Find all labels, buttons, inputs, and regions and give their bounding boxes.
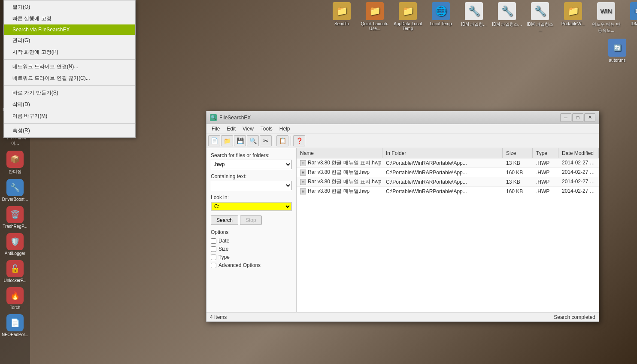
- advanced-option[interactable]: Advanced Options: [211, 262, 292, 268]
- size-option[interactable]: Size: [211, 246, 292, 252]
- advanced-checkbox[interactable]: [211, 263, 216, 268]
- result-folder-1: C:\Portable\WinRARPortable\App...: [382, 160, 503, 166]
- context-menu-net-disconnect[interactable]: 네트워크 드라이브 연결 끊기(C)...: [4, 73, 135, 84]
- window-content: Search for files or folders: .hwp Contai…: [206, 148, 599, 312]
- filesearch-window: 🔍 FileSearchEX ─ □ ✕ File Edit View Tool…: [206, 111, 599, 322]
- table-row[interactable]: H Rar v3.80 한글 매뉴얼.hwp C:\Portable\WinRA…: [297, 187, 599, 196]
- desktop-icon-idm1[interactable]: 🔧 IDM 파일청...: [458, 2, 489, 33]
- table-row[interactable]: H Rar v3.80 한글 매뉴얼 표지.hwp C:\Portable\Wi…: [297, 177, 599, 187]
- result-date-3: 2014-02-27 오후 12...: [558, 178, 599, 185]
- desktop-icon-appdata[interactable]: 📁 AppData Local Temp: [392, 2, 423, 33]
- top-desktop-icons: 📁 SendTo 📁 Quick Launch-Use... 📁 AppData…: [326, 2, 637, 33]
- context-menu-pin-start[interactable]: 시작 화면에 고정(P): [4, 46, 135, 58]
- file-icon-3: H: [300, 179, 306, 185]
- table-row[interactable]: H Rar v3.80 한글 매뉴얼.hwp C:\Portable\WinRA…: [297, 168, 599, 177]
- menu-help[interactable]: Help: [276, 125, 294, 133]
- desktop-icon-quick-launch[interactable]: 📁 Quick Launch-Use...: [359, 2, 390, 33]
- result-folder-2: C:\Portable\WinRARPortable\App...: [382, 170, 503, 176]
- col-header-folder[interactable]: In Folder: [382, 148, 503, 158]
- containing-text-group: Containing text:: [211, 173, 292, 190]
- result-date-4: 2014-02-27 오후 8:42: [558, 188, 599, 195]
- menu-tools[interactable]: Tools: [257, 125, 276, 133]
- toolbar-cut-btn[interactable]: ✂: [260, 135, 272, 146]
- type-checkbox[interactable]: [211, 255, 216, 260]
- sidebar-icon-antilogger[interactable]: 🛡️ AntiLogger: [2, 233, 28, 256]
- context-menu-net-connect[interactable]: 네트워크 드라이브 연결(N)...: [4, 61, 135, 73]
- window-maximize-button[interactable]: □: [572, 113, 583, 122]
- status-bar: 4 Items Search completed: [206, 312, 599, 322]
- context-menu-separator-3: [4, 123, 135, 124]
- sidebar-icon-unlocker[interactable]: 🔓 UnlockerP...: [2, 260, 28, 283]
- containing-text-input[interactable]: [211, 181, 292, 190]
- menu-view[interactable]: View: [239, 125, 257, 133]
- result-folder-3: C:\Portable\WinRARPortable\App...: [382, 179, 503, 185]
- sidebar-icon-driver[interactable]: 🔧 DriverBoost...: [2, 179, 28, 202]
- date-option[interactable]: Date: [211, 238, 292, 244]
- context-menu-shortcut[interactable]: 바로 가기 만들기(S): [4, 87, 135, 99]
- search-button[interactable]: Search: [211, 215, 238, 225]
- toolbar-new-btn[interactable]: 📄: [208, 135, 220, 146]
- right-panel: Name In Folder Size Type Date Modified H…: [297, 148, 599, 312]
- results-body: H Rar v3.80 한글 매뉴얼 표지.hwp C:\Portable\Wi…: [297, 158, 599, 312]
- window-app-icon: 🔍: [210, 114, 217, 121]
- context-menu-rename[interactable]: 이름 바꾸기(M): [4, 110, 135, 122]
- toolbar-copy-btn[interactable]: 📋: [276, 135, 288, 146]
- window-title-text: FileSearchEX: [219, 115, 251, 121]
- toolbar-open-btn[interactable]: 📁: [221, 135, 233, 146]
- look-in-select[interactable]: C:: [211, 202, 292, 211]
- containing-text-label: Containing text:: [211, 173, 292, 179]
- context-menu-properties[interactable]: 속성(R): [4, 125, 135, 136]
- col-header-size[interactable]: Size: [503, 148, 533, 158]
- results-header: Name In Folder Size Type Date Modified: [297, 148, 599, 158]
- menu-bar: File Edit View Tools Help: [206, 124, 599, 133]
- sidebar-icon-nfopad[interactable]: 📄 NFOPadPor...: [2, 314, 28, 337]
- desktop-icon-idm2[interactable]: 🔧 IDM 파일청소...: [491, 2, 522, 33]
- col-header-name[interactable]: Name: [297, 148, 382, 158]
- result-size-1: 13 KB: [503, 160, 533, 166]
- desktop-icon-local-temp[interactable]: 🌐 Local Temp: [425, 2, 456, 33]
- context-menu-open[interactable]: 열기(O): [4, 1, 135, 13]
- search-status: Search completed: [554, 314, 595, 320]
- type-option[interactable]: Type: [211, 254, 292, 260]
- col-header-type[interactable]: Type: [533, 148, 558, 158]
- menu-file[interactable]: File: [208, 125, 223, 133]
- result-name-3: H Rar v3.80 한글 매뉴얼 표지.hwp: [297, 178, 382, 185]
- table-row[interactable]: H Rar v3.80 한글 매뉴얼 표지.hwp C:\Portable\Wi…: [297, 158, 599, 168]
- desktop-icon-portablew[interactable]: 📁 PortableW...: [558, 2, 588, 33]
- desktop-icon-idm3[interactable]: 🔧 IDM 파일청소 ...: [525, 2, 555, 33]
- context-menu-manage[interactable]: 관리(G): [4, 35, 135, 46]
- result-size-3: 13 KB: [503, 179, 533, 185]
- options-title: Options: [211, 229, 292, 235]
- window-close-button[interactable]: ✕: [584, 113, 595, 122]
- toolbar-help-btn[interactable]: ❓: [293, 135, 305, 146]
- items-count: 4 Items: [210, 314, 227, 320]
- window-controls: ─ □ ✕: [560, 113, 595, 122]
- context-menu-delete[interactable]: 삭제(D): [4, 99, 135, 110]
- sidebar-icon-torch[interactable]: 🔥 Torch: [2, 287, 28, 310]
- sidebar-icon-trashregp[interactable]: 🗑️ TrashRegP...: [2, 206, 28, 229]
- desktop-icon-autoruns[interactable]: 🔄 autoruns: [602, 39, 633, 63]
- search-for-label: Search for files or folders:: [211, 152, 292, 158]
- result-size-4: 160 KB: [503, 188, 533, 194]
- size-checkbox[interactable]: [211, 246, 216, 252]
- context-menu-search-filesearchex[interactable]: Search via FileSearchEX: [4, 24, 135, 35]
- look-in-group: Look in: C:: [211, 194, 292, 211]
- date-checkbox[interactable]: [211, 238, 216, 244]
- search-for-input[interactable]: .hwp: [211, 160, 292, 169]
- col-header-date[interactable]: Date Modified: [558, 148, 599, 158]
- context-menu-pin-quick[interactable]: 빠른 실행에 고정: [4, 13, 135, 24]
- result-type-4: .HWP: [533, 188, 558, 194]
- sidebar-icon-bandzip[interactable]: 📦 반디집: [2, 151, 28, 175]
- result-size-2: 160 KB: [503, 170, 533, 176]
- desktop-icon-sendto[interactable]: 📁 SendTo: [326, 2, 357, 33]
- options-section: Options Date Size Type Advanced Options: [211, 229, 292, 268]
- desktop-icon-idmop[interactable]: IDM IDMOp...: [624, 2, 637, 33]
- desktop-icon-windows-menu[interactable]: WIN 윈도우 메뉴 반응속도...: [591, 2, 622, 33]
- result-type-2: .HWP: [533, 170, 558, 176]
- toolbar-save-btn[interactable]: 💾: [234, 135, 246, 146]
- toolbar-search-btn[interactable]: 🔍: [247, 135, 259, 146]
- stop-button[interactable]: Stop: [240, 215, 262, 225]
- result-name-4: H Rar v3.80 한글 매뉴얼.hwp: [297, 188, 382, 195]
- menu-edit[interactable]: Edit: [223, 125, 239, 133]
- window-minimize-button[interactable]: ─: [560, 113, 571, 122]
